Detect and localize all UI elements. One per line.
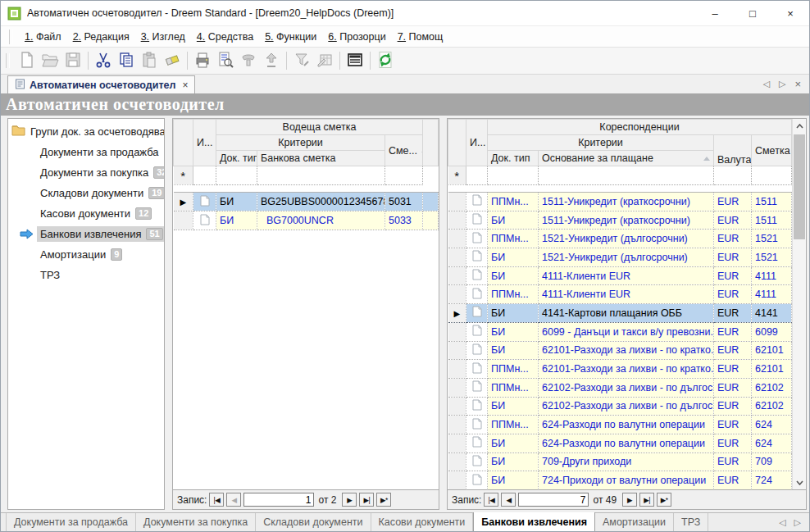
copy-button[interactable] xyxy=(115,49,138,72)
band-header-criteria[interactable]: Критерии xyxy=(488,135,714,151)
correspondence-row[interactable]: ▶ ППМн... 624-Разходи по валутни операци… xyxy=(448,416,792,434)
save-button[interactable] xyxy=(61,49,84,72)
filter-cell[interactable] xyxy=(714,166,752,185)
band-header-leading-account[interactable]: Водеща сметка xyxy=(216,120,423,135)
eraser-button[interactable] xyxy=(161,49,184,72)
scroll-up-icon[interactable] xyxy=(793,119,806,133)
nav-position-input[interactable] xyxy=(243,493,314,507)
bottom-tab[interactable]: Складови документи xyxy=(256,513,371,531)
scrollbar-thumb[interactable] xyxy=(794,134,805,239)
nav-append-button[interactable]: ▶* xyxy=(657,493,671,507)
nav-last-button[interactable]: ▶| xyxy=(639,493,654,507)
tree-item[interactable]: Складови документи 19 xyxy=(8,183,164,203)
correspondence-row[interactable]: ▶ БИ 709-Други приходи EUR 709 xyxy=(448,452,792,471)
bottom-tabs-scroll-right-icon[interactable]: ▷ xyxy=(794,517,801,528)
correspondence-row[interactable]: ▶ ППМн... 1521-Уникредит (дългосрочни) E… xyxy=(448,230,792,248)
correspondence-row[interactable]: ▶ БИ 4141-Картови плащания ОББ EUR 4141 xyxy=(448,304,792,323)
band-header-criteria[interactable]: Критерии xyxy=(216,135,385,151)
menu-item[interactable]: 2. Редакция xyxy=(67,29,135,45)
open-button[interactable] xyxy=(39,49,61,72)
correspondence-row[interactable]: ▶ БИ 6099 - Данъци и такси в/у превозни.… xyxy=(448,322,792,341)
print-button[interactable] xyxy=(191,49,214,72)
toolbar-grip[interactable] xyxy=(9,30,13,44)
vertical-scrollbar[interactable] xyxy=(792,119,806,489)
filter-button[interactable] xyxy=(290,49,313,72)
correspondence-row[interactable]: ▶ БИ 1521-Уникредит (дългосрочни) EUR 15… xyxy=(448,248,792,267)
bottom-tab[interactable]: Документи за покупка xyxy=(136,513,256,531)
filter-cell[interactable] xyxy=(193,166,216,185)
menu-item[interactable]: 3. Изглед xyxy=(135,29,191,45)
correspondence-row[interactable]: ▶ БИ 62101-Разходи за лихви - по кратко.… xyxy=(448,341,792,360)
column-header-icon[interactable]: И... xyxy=(466,120,488,166)
tree-item[interactable]: Документи за продажба 15 xyxy=(8,142,164,162)
filter-cell[interactable] xyxy=(752,166,792,185)
correspondence-row[interactable]: ▶ ППМн... 62101-Разходи за лихви - по кр… xyxy=(448,360,792,379)
tree-item[interactable]: Банкови извлечения 51 xyxy=(8,224,164,244)
menu-item[interactable]: 4. Средства xyxy=(191,29,259,45)
tree-item[interactable]: Документи за покупка 32 xyxy=(8,162,164,183)
filter-cell[interactable] xyxy=(257,166,385,185)
bottom-tab[interactable]: Банкови извлечения xyxy=(473,512,595,531)
print-preview-button[interactable] xyxy=(214,49,237,72)
correspondence-row[interactable]: ▶ БИ 724-Приходи от валутни операции EUR… xyxy=(448,471,792,489)
maximize-button[interactable]: □ xyxy=(734,1,771,25)
toolbar-grip[interactable] xyxy=(6,53,10,68)
document-tab[interactable]: Автоматичен осчетоводител × xyxy=(7,75,195,93)
nav-last-button[interactable]: ▶| xyxy=(359,493,374,507)
bottom-tab[interactable]: Амортизации xyxy=(595,513,674,531)
filter-cell[interactable] xyxy=(488,166,539,185)
correspondence-row[interactable]: ▶ БИ 62102-Разходи за лихви - по дългос.… xyxy=(448,397,792,416)
filter-cell[interactable] xyxy=(539,166,714,185)
band-header-correspondence[interactable]: Кореспонденции xyxy=(488,120,792,135)
nav-next-button[interactable]: ▶ xyxy=(342,493,357,507)
tabstrip-close-icon[interactable]: × xyxy=(794,78,801,90)
filter-cell[interactable] xyxy=(466,166,488,185)
correspondence-row[interactable]: ▶ ППМн... 62102-Разходи за лихви - по дъ… xyxy=(448,378,792,397)
tree-item[interactable]: Касови документи 12 xyxy=(8,203,164,224)
column-header-account[interactable]: Сме... xyxy=(385,135,423,166)
nav-next-button[interactable]: ▶ xyxy=(622,493,637,507)
column-header-icon[interactable]: И... xyxy=(193,120,216,166)
column-header-doc-type[interactable]: Док. тип xyxy=(216,151,257,166)
leading-grid-row[interactable]: ▶ БИ BG7000UNCR 5033 xyxy=(174,211,439,230)
nav-first-button[interactable]: |◀ xyxy=(209,493,224,507)
menu-item[interactable]: 5. Функции xyxy=(259,29,322,45)
tab-scroll-right-icon[interactable]: ▷ xyxy=(779,79,785,89)
menu-item[interactable]: 7. Помощ xyxy=(392,29,449,45)
scroll-down-icon[interactable] xyxy=(793,475,806,489)
paste-button[interactable] xyxy=(138,49,161,72)
nav-position-input[interactable] xyxy=(518,493,589,507)
correspondence-row[interactable]: ▶ БИ 1511-Уникредит (краткосрочни) EUR 1… xyxy=(448,211,792,230)
list-view-button[interactable] xyxy=(344,49,366,72)
bottom-tab[interactable]: Касови документи xyxy=(371,513,474,531)
panel-splitter[interactable] xyxy=(165,118,172,510)
column-header-bank-account[interactable]: Банкова сметка xyxy=(257,151,385,166)
nav-append-button[interactable]: ▶* xyxy=(376,493,391,507)
bottom-tab[interactable]: Документи за продажба xyxy=(6,513,136,531)
bottom-tabs-scroll-left-icon[interactable]: ◁ xyxy=(779,517,785,528)
tab-close-icon[interactable]: × xyxy=(182,80,188,91)
tree-item[interactable]: ТРЗ xyxy=(8,265,164,285)
new-document-button[interactable] xyxy=(16,49,39,72)
minimize-button[interactable]: – xyxy=(696,1,734,25)
panel-splitter[interactable] xyxy=(439,118,447,510)
correspondence-row[interactable]: ▶ БИ 4111-Клиенти EUR EUR 4111 xyxy=(448,266,792,285)
menu-item[interactable]: 1. Файл xyxy=(19,29,67,45)
correspondence-row[interactable]: ▶ БИ 624-Разходи по валутни операции EUR… xyxy=(448,434,792,452)
cut-button[interactable] xyxy=(92,49,115,72)
filter-cell[interactable] xyxy=(216,166,257,185)
bottom-tab[interactable]: ТРЗ xyxy=(674,513,708,531)
filter-cell[interactable] xyxy=(385,166,423,185)
tree-item[interactable]: Амортизации 9 xyxy=(8,244,164,265)
column-header-doc-type[interactable]: Док. тип xyxy=(488,151,539,166)
edit-grid-button[interactable] xyxy=(313,49,336,72)
nav-first-button[interactable]: |◀ xyxy=(484,493,498,507)
column-header-payment-reason[interactable]: Основание за плащане xyxy=(539,151,714,166)
phone-button[interactable] xyxy=(237,49,260,72)
tree-root-item[interactable]: Групи док. за осчетоводяване xyxy=(8,122,164,142)
correspondence-row[interactable]: ▶ ППМн... 4111-Клиенти EUR EUR 4111 xyxy=(448,285,792,304)
menu-item[interactable]: 6. Прозорци xyxy=(322,29,391,45)
upload-button[interactable] xyxy=(260,49,283,72)
nav-prev-button[interactable]: ◀ xyxy=(501,493,516,507)
leading-grid-row[interactable]: ▶ БИ BG25UBBS00000123456789 5031 xyxy=(174,193,439,211)
